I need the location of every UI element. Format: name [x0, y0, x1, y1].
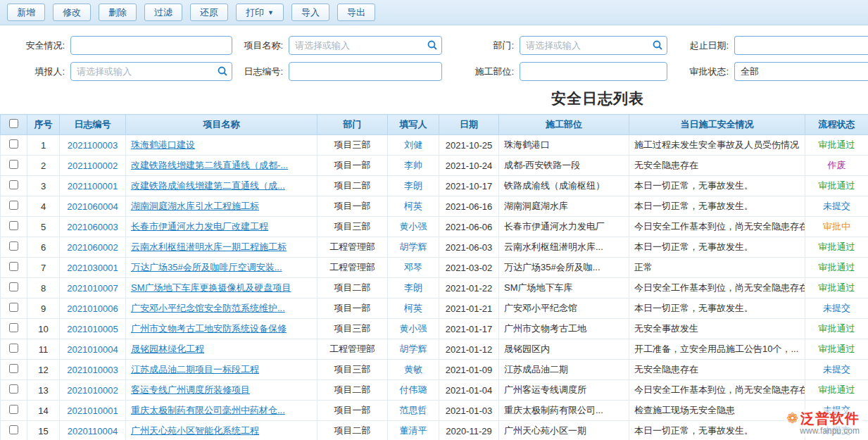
- project-name-link[interactable]: 重庆太极制药有限公司毫州中药材仓...: [131, 405, 285, 415]
- log-number-link[interactable]: 2021100003: [68, 140, 118, 151]
- project-name-link[interactable]: 广州市文物考古工地安防系统设备保修: [131, 323, 287, 334]
- table-row[interactable]: 15 2020110004 广州天心苑小区智能化系统工程 项目二部 董清平 20…: [1, 421, 868, 440]
- row-checkbox[interactable]: [9, 364, 18, 373]
- project-name-link[interactable]: 晟铭园林绿化工程: [131, 344, 204, 354]
- project-name-link[interactable]: 改建铁路线增建第二线直通线（成都-...: [131, 160, 288, 170]
- log-number-link[interactable]: 2021010004: [67, 344, 118, 355]
- log-number-link[interactable]: 2021060002: [67, 242, 118, 253]
- log-number-link[interactable]: 2021010001: [67, 406, 118, 416]
- row-checkbox[interactable]: [9, 425, 18, 434]
- project-name-link[interactable]: 湖南洞庭湖水库引水工程施工标: [131, 201, 259, 211]
- writer-link[interactable]: 刘健: [404, 139, 422, 150]
- table-row[interactable]: 3 2021100001 改建铁路成渝线增建第二直通线（成... 项目二部 李朗…: [1, 176, 868, 196]
- project-name-link[interactable]: 云南水利枢纽潜明水库一期工程施工标: [131, 241, 287, 252]
- row-checkbox[interactable]: [9, 303, 18, 312]
- flow-status: 审批通过: [805, 319, 868, 339]
- writer-link[interactable]: 黄小强: [400, 221, 427, 232]
- project-name-link[interactable]: 江苏成品油二期项目一标段工程: [131, 364, 259, 375]
- log-number-link[interactable]: 2021100001: [68, 181, 118, 191]
- writer-link[interactable]: 黄敏: [404, 364, 422, 375]
- project-name-link[interactable]: 长春市伊通河水力发电厂改建工程: [131, 221, 268, 232]
- row-checkbox[interactable]: [9, 323, 18, 332]
- project-name-link[interactable]: SM广场地下车库更换摄像机及硬盘项目: [131, 282, 291, 293]
- import-button[interactable]: 导入: [291, 4, 329, 21]
- table-row[interactable]: 7 2021030001 万达广场35#会所及咖啡厅空调安装... 工程管理部 …: [1, 258, 868, 278]
- log-number-link[interactable]: 2021060003: [67, 222, 118, 232]
- writer-link[interactable]: 李帅: [404, 160, 422, 170]
- search-icon[interactable]: [652, 39, 663, 51]
- table-row[interactable]: 10 2021010005 广州市文物考古工地安防系统设备保修 项目三部 黄小强…: [1, 319, 868, 339]
- log-number-link[interactable]: 2021100002: [68, 161, 118, 171]
- row-checkbox[interactable]: [9, 180, 18, 189]
- add-button[interactable]: 新增: [7, 4, 45, 21]
- restore-button[interactable]: 还原: [190, 4, 228, 21]
- table-row[interactable]: 1 2021100003 珠海鹤港口建设 项目三部 刘健 2021-10-25 …: [1, 135, 868, 156]
- log-number-link[interactable]: 2021030001: [67, 263, 118, 273]
- search-icon[interactable]: [427, 39, 438, 51]
- writer-link[interactable]: 柯英: [404, 201, 422, 211]
- writer-link[interactable]: 胡学辉: [400, 241, 427, 252]
- table-row[interactable]: 5 2021060003 长春市伊通河水力发电厂改建工程 项目三部 黄小强 20…: [1, 217, 868, 237]
- writer-link[interactable]: 董清平: [400, 425, 427, 436]
- table-row[interactable]: 8 2021010007 SM广场地下车库更换摄像机及硬盘项目 项目二部 李朗 …: [1, 278, 868, 298]
- table-row[interactable]: 12 2021010003 江苏成品油二期项目一标段工程 项目三部 黄敏 202…: [1, 360, 868, 380]
- project-name-link[interactable]: 客运专线广州调度所装修项目: [131, 384, 250, 395]
- safety-input[interactable]: [70, 36, 232, 55]
- date-cell: 2021-06-06: [439, 217, 499, 237]
- edit-button[interactable]: 修改: [53, 4, 91, 21]
- writer-link[interactable]: 邓琴: [404, 262, 422, 272]
- location-input[interactable]: [520, 62, 667, 81]
- row-checkbox[interactable]: [9, 241, 18, 251]
- print-button[interactable]: 打印 ▼: [236, 4, 284, 21]
- row-checkbox[interactable]: [9, 384, 18, 394]
- project-name-link[interactable]: 珠海鹤港口建设: [131, 139, 195, 150]
- table-row[interactable]: 2 2021100002 改建铁路线增建第二线直通线（成都-... 项目一部 李…: [1, 156, 868, 176]
- writer-link[interactable]: 黄小强: [400, 323, 427, 334]
- writer-link[interactable]: 李朗: [404, 180, 422, 191]
- row-checkbox[interactable]: [9, 282, 18, 291]
- writer-link[interactable]: 胡学辉: [400, 344, 427, 354]
- table-row[interactable]: 6 2021060002 云南水利枢纽潜明水库一期工程施工标 工程管理部 胡学辉…: [1, 237, 868, 258]
- filter-button[interactable]: 过滤: [144, 4, 182, 21]
- project-name-input[interactable]: [289, 36, 442, 55]
- log-number-link[interactable]: 2020110004: [68, 426, 118, 436]
- delete-button[interactable]: 删除: [99, 4, 137, 21]
- writer-link[interactable]: 范思哲: [400, 405, 427, 415]
- writer-link[interactable]: 付伟璐: [400, 384, 427, 395]
- row-checkbox[interactable]: [9, 344, 18, 353]
- safety-status-cell: 今日安全工作基本到位，尚无安全隐患存在: [629, 380, 805, 401]
- department-input[interactable]: [520, 36, 667, 55]
- table-row[interactable]: 9 2021010006 广安邓小平纪念馆安全防范系统维护... 项目一部 柯英…: [1, 298, 868, 319]
- row-checkbox[interactable]: [9, 160, 18, 169]
- log-number-link[interactable]: 2021010003: [67, 365, 118, 375]
- log-number-link[interactable]: 2021010006: [67, 303, 118, 314]
- log-number-link[interactable]: 2021010005: [67, 324, 118, 334]
- row-checkbox[interactable]: [9, 405, 18, 414]
- table-row[interactable]: 4 2021060004 湖南洞庭湖水库引水工程施工标 项目一部 柯英 2021…: [1, 196, 868, 217]
- row-checkbox-cell: [1, 360, 27, 380]
- select-all-checkbox[interactable]: [9, 119, 18, 128]
- log-number-link[interactable]: 2021010007: [67, 283, 118, 294]
- date-range-input[interactable]: [734, 36, 868, 55]
- safety-log-table: 序号 日志编号 项目名称 部门 填写人 日期 施工部位 当日施工安全情况 流程状…: [0, 114, 868, 440]
- project-name-link[interactable]: 万达广场35#会所及咖啡厅空调安装...: [131, 262, 282, 272]
- row-checkbox[interactable]: [9, 262, 18, 271]
- table-row[interactable]: 14 2021010001 重庆太极制药有限公司毫州中药材仓... 项目一部 范…: [1, 401, 868, 421]
- project-name-link[interactable]: 广州天心苑小区智能化系统工程: [131, 425, 259, 436]
- log-number-link[interactable]: 2021010002: [67, 385, 118, 396]
- log-number-input[interactable]: [289, 62, 442, 81]
- search-icon[interactable]: [217, 65, 228, 77]
- approval-status-select[interactable]: 全部: [734, 62, 868, 81]
- table-row[interactable]: 11 2021010004 晟铭园林绿化工程 工程管理部 胡学辉 2021-01…: [1, 339, 868, 360]
- writer-link[interactable]: 李朗: [404, 282, 422, 293]
- writer-link[interactable]: 柯英: [404, 303, 422, 313]
- row-checkbox[interactable]: [9, 139, 18, 149]
- reporter-input[interactable]: [70, 62, 232, 81]
- project-name-link[interactable]: 改建铁路成渝线增建第二直通线（成...: [131, 180, 285, 191]
- row-checkbox[interactable]: [9, 221, 18, 230]
- export-button[interactable]: 导出: [337, 4, 375, 21]
- row-checkbox[interactable]: [9, 201, 18, 210]
- log-number-link[interactable]: 2021060004: [67, 201, 118, 212]
- table-row[interactable]: 13 2021010002 客运专线广州调度所装修项目 项目二部 付伟璐 202…: [1, 380, 868, 401]
- project-name-link[interactable]: 广安邓小平纪念馆安全防范系统维护...: [131, 303, 285, 313]
